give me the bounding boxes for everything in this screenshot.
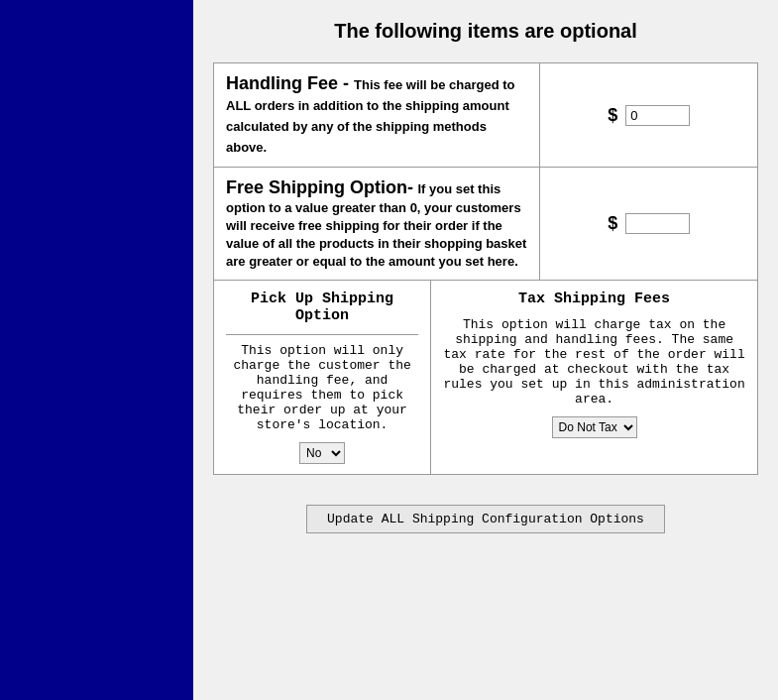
tax-select[interactable]: Do Not Tax Tax — [552, 416, 637, 438]
tax-title: Tax Shipping Fees — [443, 291, 745, 307]
pickup-title: Pick Up Shipping Option — [226, 291, 418, 324]
handling-fee-row: Handling Fee - This fee will be charged … — [214, 63, 758, 168]
pickup-tax-cell: Pick Up Shipping Option This option will… — [214, 281, 758, 475]
handling-fee-currency: $ — [608, 105, 617, 126]
options-table: Handling Fee - This fee will be charged … — [213, 62, 758, 475]
pickup-desc: This option will only charge the custome… — [226, 343, 418, 432]
free-shipping-row: Free Shipping Option- If you set this op… — [214, 168, 758, 281]
handling-fee-label-cell: Handling Fee - This fee will be charged … — [214, 63, 540, 168]
free-shipping-value-cell: $ — [540, 168, 758, 281]
update-button[interactable]: Update ALL Shipping Configuration Option… — [306, 505, 665, 533]
handling-fee-title-text: Handling Fee - — [226, 73, 349, 93]
handling-fee-input[interactable] — [625, 105, 690, 126]
handling-fee-value-cell: $ — [540, 63, 758, 168]
free-shipping-title-text: Free Shipping Option- — [226, 177, 413, 197]
update-btn-container: Update ALL Shipping Configuration Option… — [213, 505, 758, 533]
pickup-section: Pick Up Shipping Option This option will… — [214, 281, 431, 474]
free-shipping-label-cell: Free Shipping Option- If you set this op… — [214, 168, 540, 281]
bottom-section: Pick Up Shipping Option This option will… — [214, 281, 757, 474]
pickup-tax-row: Pick Up Shipping Option This option will… — [214, 281, 758, 475]
sidebar — [0, 0, 193, 700]
pickup-divider — [226, 334, 418, 335]
main-content: The following items are optional Handlin… — [193, 0, 778, 700]
tax-section: Tax Shipping Fees This option will charg… — [431, 281, 757, 474]
page-title: The following items are optional — [213, 20, 758, 43]
free-shipping-input[interactable] — [625, 213, 690, 234]
handling-fee-title: Handling Fee - This fee will be charged … — [226, 73, 515, 156]
free-shipping-currency: $ — [608, 213, 617, 234]
tax-desc: This option will charge tax on the shipp… — [443, 317, 745, 407]
pickup-select[interactable]: No Yes — [299, 442, 345, 464]
